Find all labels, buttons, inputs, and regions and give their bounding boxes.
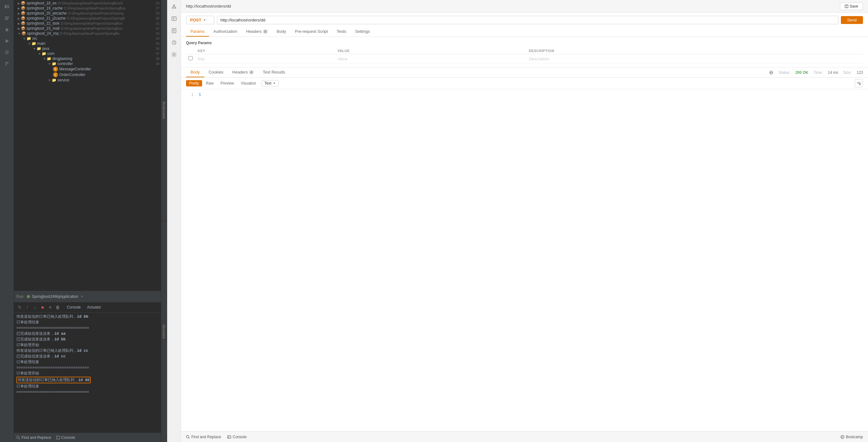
tree-arrow: ▶ — [18, 7, 20, 10]
postman-connections-icon[interactable] — [169, 2, 179, 11]
tab-authorization[interactable]: Authorization — [209, 27, 242, 37]
svg-marker-41 — [273, 83, 275, 84]
status-label: Status: — [778, 70, 790, 75]
svg-rect-35 — [846, 5, 847, 6]
tree-item-springboot24[interactable]: ▼ 📦 springboot_24_mq D:\DingJiaxiong\Ide… — [14, 31, 161, 36]
console-line-highlighted: 待发送短信的订单已纳入处理队列，id dd — [17, 377, 91, 383]
description-cell[interactable]: Description — [526, 54, 863, 63]
tree-arrow: ▼ — [23, 37, 26, 40]
console-action-icons: ↻ ↑ ↓ ■ ≡ 🗑 — [17, 304, 61, 311]
todo-icon[interactable] — [2, 13, 12, 23]
fmt-btn-preview[interactable]: Preview — [217, 80, 237, 86]
project-icon[interactable] — [2, 2, 12, 12]
request-tabs: Params Authorization Headers 8 Body Pre-… — [181, 27, 868, 37]
resp-tab-cookies[interactable]: Cookies — [204, 67, 228, 77]
postman-history-icon[interactable] — [169, 38, 179, 47]
response-line-1: 1 1 — [186, 92, 863, 97]
resp-tab-test-results[interactable]: Test Results — [258, 67, 289, 77]
tree-item-controller[interactable]: ▼ 📁 controller 39 — [14, 61, 161, 66]
run-app[interactable]: Springboot24MqApplication — [26, 294, 78, 299]
clear-button[interactable]: 🗑 — [54, 304, 61, 311]
console-tab-console[interactable]: Console — [64, 304, 84, 311]
method-select[interactable]: POST — [186, 16, 214, 24]
resp-tab-body[interactable]: Body — [186, 67, 204, 77]
tree-item-ordercontroller[interactable]: C OrderController — [14, 72, 161, 78]
save-label: Save — [850, 4, 858, 8]
wrap-lines-button[interactable]: ≡ — [46, 304, 54, 311]
console-line: 已完成短信发送业务，id bb — [17, 336, 158, 342]
response-area: Body Cookies Headers 4 Test Results — [181, 67, 868, 431]
bottom-find-replace-button[interactable]: Find and Replace — [186, 435, 221, 439]
fmt-btn-pretty[interactable]: Pretty — [186, 80, 202, 86]
svg-rect-2 — [7, 7, 9, 8]
tree-item-springboot19[interactable]: ▶ 📦 springboot_19_cache D:\DingJiaxiong\… — [14, 6, 161, 11]
tree-item-dingjiaxiong[interactable]: ▼ 📁 dingjiaxiong 38 — [14, 56, 161, 61]
tree-item-service[interactable]: ▼ 📁 service — [14, 78, 161, 83]
tab-tests[interactable]: Tests — [332, 27, 351, 37]
tab-body[interactable]: Body — [272, 27, 291, 37]
row-checkbox[interactable] — [189, 56, 193, 60]
tree-item-springboot21[interactable]: ▶ 📦 springboot_21_j2cache D:\DingJiaxion… — [14, 16, 161, 21]
tree-arrow: ▼ — [43, 57, 46, 61]
console-bottom-button[interactable]: >_ Console — [56, 435, 75, 440]
structure-sidebar[interactable]: Structure — [161, 221, 167, 442]
console-output: 待发送短信的订单已纳入处理队列，id bb 订单处理结束 ===========… — [14, 313, 161, 433]
bottom-bootcamp-button[interactable]: B Bootcamp — [841, 435, 863, 439]
value-cell[interactable]: Value — [335, 54, 526, 63]
find-replace-icon — [186, 435, 190, 439]
run-icon[interactable] — [2, 36, 12, 46]
tree-item-springboot23[interactable]: ▶ 📦 springboot_23_mail D:\DingJiaxiong\I… — [14, 26, 161, 31]
bottom-left-buttons: Find and Replace Console — [186, 435, 247, 439]
console-line: 已完成短信发送业务，id aa — [17, 331, 158, 336]
tab-pre-request[interactable]: Pre-request Script — [290, 27, 332, 37]
scroll-up-button[interactable]: ↑ — [24, 304, 31, 311]
postman-request-icon[interactable] — [169, 14, 179, 23]
svg-point-33 — [173, 54, 175, 56]
find-replace-button[interactable]: Find and Replace — [17, 435, 51, 440]
tree-item-src[interactable]: ▼ 📁 src 34 — [14, 36, 161, 41]
resp-tab-headers[interactable]: Headers 4 — [228, 67, 258, 77]
save-button[interactable]: Save — [840, 2, 863, 10]
bottom-console-button[interactable]: Console — [227, 435, 247, 439]
git-icon[interactable] — [2, 59, 12, 69]
rerun-button[interactable]: ↻ — [17, 304, 23, 311]
word-wrap-button[interactable] — [855, 79, 863, 87]
postman-settings-icon[interactable] — [169, 50, 179, 59]
url-input[interactable] — [217, 16, 838, 24]
scroll-down-button[interactable]: ↓ — [32, 304, 38, 311]
run-close-button[interactable]: × — [81, 294, 83, 299]
col-description: DESCRIPTION — [526, 48, 863, 54]
tree-arrow: ▼ — [28, 42, 31, 46]
stop-button[interactable]: ■ — [39, 304, 46, 311]
key-cell[interactable]: Key — [195, 54, 335, 63]
bookmarks-sidebar[interactable]: Bookmarks — [161, 0, 167, 221]
text-format-select[interactable]: Text — [262, 80, 279, 86]
tree-item-springboot20[interactable]: ▶ 📦 springboot_20_jetcache D:\DingJiaxio… — [14, 11, 161, 16]
tree-item-java[interactable]: ▼ 📁 java 36 — [14, 46, 161, 51]
tab-params[interactable]: Params — [186, 27, 209, 37]
debug-icon[interactable] — [2, 47, 12, 57]
console-line: 订单处理结束 — [17, 320, 158, 325]
postman-collection-icon[interactable] — [169, 26, 179, 35]
tree-item-main[interactable]: ▼ 📁 main 35 — [14, 41, 161, 46]
tree-item-com[interactable]: ▼ 📁 com 37 — [14, 51, 161, 56]
fmt-btn-raw[interactable]: Raw — [203, 80, 217, 86]
tree-item-springboot18[interactable]: ▶ 📦 springboot_18_es D:\DingJiaxiong\Ide… — [14, 1, 161, 6]
tree-item-springboot22[interactable]: ▶ 📦 springboot_22_task D:\DingJiaxiong\I… — [14, 21, 161, 26]
console-tab-actuator[interactable]: Actuator — [84, 304, 104, 311]
tree-item-messagecontroller[interactable]: C MessageController — [14, 66, 161, 72]
params-table: KEY VALUE DESCRIPTION Key Value Descript… — [186, 48, 863, 63]
format-chevron-icon — [273, 82, 276, 85]
request-row: POST Send — [181, 12, 868, 27]
size-label: Size: — [843, 70, 851, 75]
favorites-icon[interactable] — [2, 25, 12, 35]
svg-text:>_: >_ — [57, 437, 60, 439]
send-label: Send — [847, 18, 857, 22]
console-line: 订单处理结束 — [17, 359, 158, 365]
send-button[interactable]: Send — [841, 16, 863, 24]
svg-point-9 — [6, 52, 7, 53]
tab-headers[interactable]: Headers 8 — [242, 27, 272, 37]
tab-settings[interactable]: Settings — [351, 27, 374, 37]
globe-icon — [769, 70, 773, 75]
fmt-btn-visualize[interactable]: Visualize — [238, 80, 259, 86]
